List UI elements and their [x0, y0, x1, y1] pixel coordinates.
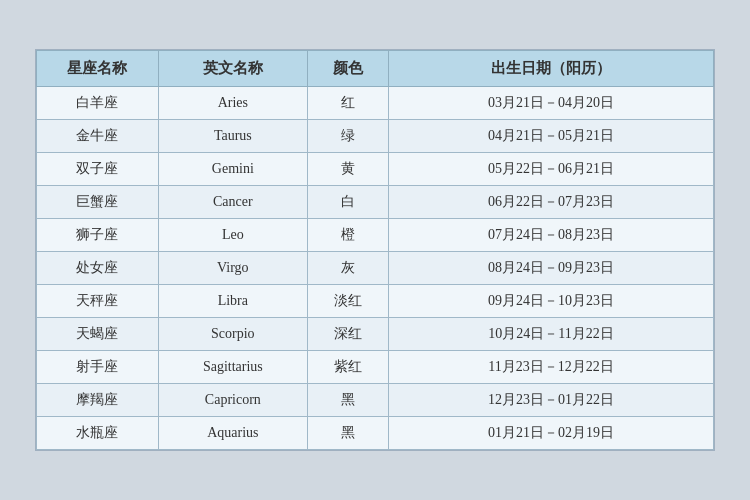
cell-date: 04月21日－05月21日 [389, 120, 714, 153]
header-date: 出生日期（阳历） [389, 51, 714, 87]
table-row: 双子座Gemini黄05月22日－06月21日 [37, 153, 714, 186]
zodiac-table: 星座名称 英文名称 颜色 出生日期（阳历） 白羊座Aries红03月21日－04… [36, 50, 714, 450]
table-body: 白羊座Aries红03月21日－04月20日金牛座Taurus绿04月21日－0… [37, 87, 714, 450]
cell-color: 黄 [307, 153, 388, 186]
header-english: 英文名称 [158, 51, 307, 87]
cell-chinese: 处女座 [37, 252, 159, 285]
cell-color: 黑 [307, 384, 388, 417]
cell-color: 黑 [307, 417, 388, 450]
cell-english: Aquarius [158, 417, 307, 450]
cell-color: 绿 [307, 120, 388, 153]
cell-english: Aries [158, 87, 307, 120]
cell-chinese: 金牛座 [37, 120, 159, 153]
cell-date: 06月22日－07月23日 [389, 186, 714, 219]
cell-color: 红 [307, 87, 388, 120]
cell-chinese: 巨蟹座 [37, 186, 159, 219]
zodiac-table-container: 星座名称 英文名称 颜色 出生日期（阳历） 白羊座Aries红03月21日－04… [35, 49, 715, 451]
cell-color: 灰 [307, 252, 388, 285]
cell-chinese: 天蝎座 [37, 318, 159, 351]
table-row: 射手座Sagittarius紫红11月23日－12月22日 [37, 351, 714, 384]
cell-english: Cancer [158, 186, 307, 219]
table-row: 水瓶座Aquarius黑01月21日－02月19日 [37, 417, 714, 450]
table-row: 处女座Virgo灰08月24日－09月23日 [37, 252, 714, 285]
cell-date: 10月24日－11月22日 [389, 318, 714, 351]
table-row: 摩羯座Capricorn黑12月23日－01月22日 [37, 384, 714, 417]
cell-date: 12月23日－01月22日 [389, 384, 714, 417]
cell-english: Taurus [158, 120, 307, 153]
cell-chinese: 狮子座 [37, 219, 159, 252]
cell-chinese: 摩羯座 [37, 384, 159, 417]
cell-date: 08月24日－09月23日 [389, 252, 714, 285]
cell-chinese: 双子座 [37, 153, 159, 186]
cell-color: 深红 [307, 318, 388, 351]
cell-english: Sagittarius [158, 351, 307, 384]
cell-english: Scorpio [158, 318, 307, 351]
table-row: 巨蟹座Cancer白06月22日－07月23日 [37, 186, 714, 219]
cell-date: 05月22日－06月21日 [389, 153, 714, 186]
cell-color: 紫红 [307, 351, 388, 384]
cell-chinese: 天秤座 [37, 285, 159, 318]
cell-date: 01月21日－02月19日 [389, 417, 714, 450]
table-row: 狮子座Leo橙07月24日－08月23日 [37, 219, 714, 252]
cell-date: 09月24日－10月23日 [389, 285, 714, 318]
cell-chinese: 白羊座 [37, 87, 159, 120]
cell-chinese: 射手座 [37, 351, 159, 384]
table-row: 金牛座Taurus绿04月21日－05月21日 [37, 120, 714, 153]
cell-color: 白 [307, 186, 388, 219]
cell-date: 11月23日－12月22日 [389, 351, 714, 384]
cell-date: 07月24日－08月23日 [389, 219, 714, 252]
cell-date: 03月21日－04月20日 [389, 87, 714, 120]
cell-color: 橙 [307, 219, 388, 252]
cell-english: Capricorn [158, 384, 307, 417]
table-header-row: 星座名称 英文名称 颜色 出生日期（阳历） [37, 51, 714, 87]
table-row: 白羊座Aries红03月21日－04月20日 [37, 87, 714, 120]
cell-english: Virgo [158, 252, 307, 285]
cell-color: 淡红 [307, 285, 388, 318]
table-row: 天蝎座Scorpio深红10月24日－11月22日 [37, 318, 714, 351]
header-color: 颜色 [307, 51, 388, 87]
cell-english: Gemini [158, 153, 307, 186]
cell-english: Libra [158, 285, 307, 318]
cell-chinese: 水瓶座 [37, 417, 159, 450]
table-row: 天秤座Libra淡红09月24日－10月23日 [37, 285, 714, 318]
cell-english: Leo [158, 219, 307, 252]
header-chinese: 星座名称 [37, 51, 159, 87]
